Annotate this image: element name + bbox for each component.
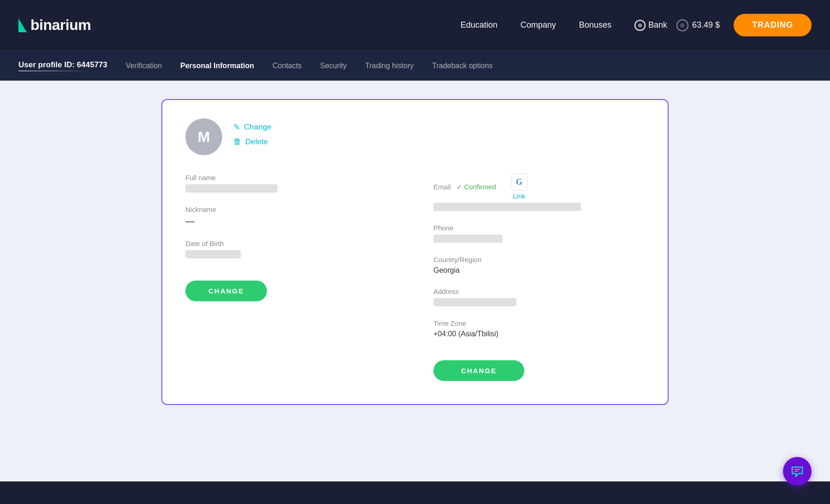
nav-item-bonuses[interactable]: Bonuses: [579, 20, 611, 30]
dob-value-blurred: [185, 250, 241, 258]
email-value-blurred: [433, 203, 581, 211]
profile-id: User profile ID: 6445773: [18, 60, 107, 70]
chat-widget[interactable]: [783, 457, 812, 486]
dob-group: Date of Birth: [185, 240, 397, 258]
nickname-group: Nickname —: [185, 205, 397, 227]
change-avatar-icon: ✎: [233, 122, 240, 132]
change-button-left-wrapper: CHANGE: [185, 276, 397, 301]
profile-id-underline: [18, 70, 89, 71]
avatar: M: [185, 118, 222, 155]
phone-label: Phone: [433, 224, 645, 232]
google-link-section: G Link: [511, 174, 528, 200]
brand-name: binarium: [30, 17, 91, 34]
nickname-label: Nickname: [185, 205, 397, 213]
google-link-label[interactable]: Link: [513, 192, 526, 200]
email-confirmed-label: Confirmed: [464, 183, 496, 191]
left-column: Full name Nickname — Date of Birth CHANG…: [185, 174, 397, 381]
nav-link-company[interactable]: Company: [521, 20, 556, 29]
address-label: Address: [433, 287, 645, 295]
country-value: Georgia: [433, 266, 645, 275]
main-content: M ✎ Change 🗑 Delete Full name: [0, 81, 830, 481]
address-group: Address: [433, 287, 645, 306]
check-icon: ✓: [456, 183, 462, 191]
nav-link-education[interactable]: Education: [461, 20, 498, 29]
sub-navigation: User profile ID: 6445773 Verification Pe…: [0, 51, 830, 81]
right-column: Email ✓ Confirmed G Link: [433, 174, 645, 381]
email-row: Email ✓ Confirmed G Link: [433, 174, 645, 200]
subnav-verification[interactable]: Verification: [126, 62, 162, 70]
subnav-trading-history[interactable]: Trading history: [365, 62, 414, 70]
change-avatar-button[interactable]: ✎ Change: [233, 122, 272, 132]
top-navigation: binarium Education Company Bonuses ⊕ Ban…: [0, 0, 830, 51]
avatar-letter: M: [198, 129, 210, 146]
email-label: Email: [433, 183, 451, 191]
profile-id-container: User profile ID: 6445773: [18, 60, 107, 71]
google-g-icon: G: [516, 177, 522, 187]
chat-icon: [789, 463, 805, 479]
full-name-group: Full name: [185, 174, 397, 193]
form-grid: Full name Nickname — Date of Birth CHANG…: [185, 174, 645, 381]
change-button-right-wrapper: CHANGE: [433, 351, 645, 381]
dob-label: Date of Birth: [185, 240, 397, 247]
nickname-value: —: [185, 216, 397, 227]
avatar-section: M ✎ Change 🗑 Delete: [185, 118, 645, 155]
timezone-value: +04:00 (Asia/Tbilisi): [433, 330, 645, 338]
subnav-tradeback[interactable]: Tradeback options: [432, 62, 492, 70]
full-name-value-blurred: [185, 184, 278, 193]
subnav-contacts[interactable]: Contacts: [273, 62, 302, 70]
change-button-right[interactable]: CHANGE: [433, 360, 524, 381]
full-name-label: Full name: [185, 174, 397, 182]
address-value-blurred: [433, 298, 516, 306]
bank-label: Bank: [648, 20, 667, 30]
nav-item-company[interactable]: Company: [521, 20, 556, 30]
nav-item-bank[interactable]: ⊕ Bank: [634, 20, 667, 31]
timezone-group: Time Zone +04:00 (Asia/Tbilisi): [433, 319, 645, 338]
profile-card: M ✎ Change 🗑 Delete Full name: [161, 99, 669, 405]
delete-avatar-label: Delete: [245, 137, 268, 147]
nav-link-bonuses[interactable]: Bonuses: [579, 20, 611, 29]
email-group: Email ✓ Confirmed G Link: [433, 174, 645, 211]
logo[interactable]: binarium: [18, 17, 91, 34]
timezone-label: Time Zone: [433, 319, 645, 327]
google-icon-box: G: [511, 174, 528, 190]
balance-icon: ◎: [676, 19, 688, 31]
country-label: Country/Region: [433, 256, 645, 264]
balance-value: 63.49 $: [692, 20, 720, 30]
country-group: Country/Region Georgia: [433, 256, 645, 275]
subnav-personal-info[interactable]: Personal Information: [180, 62, 254, 70]
avatar-actions: ✎ Change 🗑 Delete: [233, 122, 272, 147]
phone-value-blurred: [433, 234, 503, 243]
change-button-left[interactable]: CHANGE: [185, 281, 267, 301]
nav-item-education[interactable]: Education: [461, 20, 498, 30]
nav-links: Education Company Bonuses ⊕ Bank: [461, 20, 667, 31]
email-confirmed-badge: ✓ Confirmed: [456, 183, 496, 191]
delete-avatar-button[interactable]: 🗑 Delete: [233, 137, 272, 147]
delete-avatar-icon: 🗑: [233, 137, 242, 147]
bank-icon: ⊕: [634, 20, 646, 31]
logo-triangle-icon: [18, 18, 27, 32]
balance-display: ◎ 63.49 $: [676, 19, 720, 31]
subnav-security[interactable]: Security: [320, 62, 347, 70]
trading-button[interactable]: TRADING: [734, 14, 812, 36]
change-avatar-label: Change: [244, 123, 272, 132]
phone-group: Phone: [433, 224, 645, 243]
